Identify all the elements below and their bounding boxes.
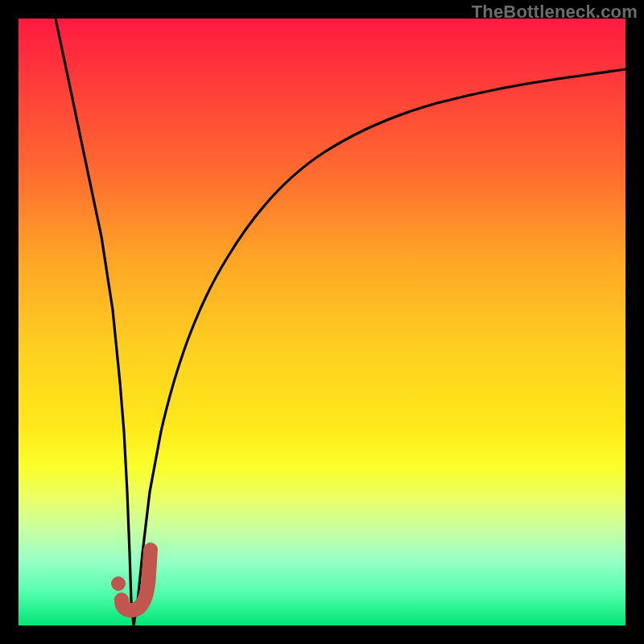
watermark-text: TheBottleneck.com — [472, 2, 638, 23]
bottleneck-curve — [56, 19, 625, 625]
chart-svg — [19, 19, 625, 625]
plot-area — [19, 19, 625, 625]
j-marker-dot — [111, 576, 126, 591]
j-marker-hook — [122, 550, 151, 610]
